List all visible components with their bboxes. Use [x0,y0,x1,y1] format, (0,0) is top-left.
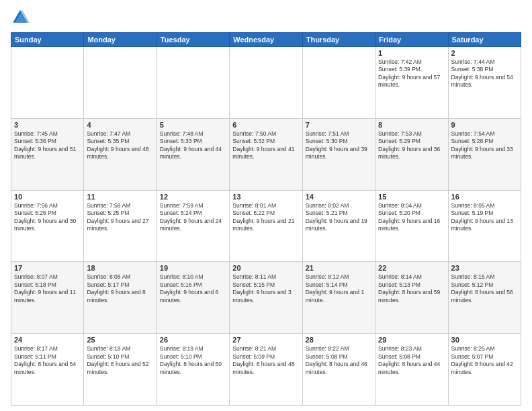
day-number: 6 [232,121,299,129]
header [11,8,521,27]
day-info: Sunrise: 8:04 AM Sunset: 5:20 PM Dayligh… [378,202,445,233]
day-info: Sunrise: 7:42 AM Sunset: 5:39 PM Dayligh… [378,58,445,89]
calendar-header: SundayMondayTuesdayWednesdayThursdayFrid… [11,33,521,47]
day-number: 3 [14,121,81,129]
calendar-week-3: 17Sunrise: 8:07 AM Sunset: 5:18 PM Dayli… [11,262,521,334]
day-info: Sunrise: 8:15 AM Sunset: 5:12 PM Dayligh… [451,273,518,304]
day-number: 5 [160,121,226,129]
calendar-cell: 10Sunrise: 7:56 AM Sunset: 5:26 PM Dayli… [11,190,84,262]
day-info: Sunrise: 8:01 AM Sunset: 5:22 PM Dayligh… [232,202,299,233]
day-number: 15 [378,193,445,201]
page: SundayMondayTuesdayWednesdayThursdayFrid… [0,0,532,411]
calendar-cell: 1Sunrise: 7:42 AM Sunset: 5:39 PM Daylig… [375,47,448,119]
calendar-cell: 30Sunrise: 8:25 AM Sunset: 5:07 PM Dayli… [448,334,521,406]
calendar-cell: 16Sunrise: 8:05 AM Sunset: 5:19 PM Dayli… [448,190,521,262]
day-info: Sunrise: 8:07 AM Sunset: 5:18 PM Dayligh… [14,273,81,304]
day-number: 13 [232,193,299,201]
day-number: 7 [306,121,372,129]
day-number: 27 [232,336,299,344]
day-info: Sunrise: 7:53 AM Sunset: 5:29 PM Dayligh… [378,130,445,161]
day-info: Sunrise: 8:23 AM Sunset: 5:08 PM Dayligh… [378,345,445,376]
weekday-header-friday: Friday [375,33,448,47]
day-number: 11 [87,193,153,201]
calendar-cell [230,47,302,119]
weekday-row: SundayMondayTuesdayWednesdayThursdayFrid… [11,33,521,47]
calendar-cell: 25Sunrise: 8:18 AM Sunset: 5:10 PM Dayli… [84,334,157,406]
day-number: 30 [451,336,518,344]
calendar-cell: 26Sunrise: 8:19 AM Sunset: 5:10 PM Dayli… [157,334,229,406]
logo-icon [11,8,30,27]
day-number: 22 [378,264,445,272]
day-info: Sunrise: 7:54 AM Sunset: 5:28 PM Dayligh… [451,130,518,161]
weekday-header-tuesday: Tuesday [157,33,229,47]
calendar-cell: 22Sunrise: 8:14 AM Sunset: 5:13 PM Dayli… [375,262,448,334]
day-number: 16 [451,193,518,201]
calendar-cell: 27Sunrise: 8:21 AM Sunset: 5:09 PM Dayli… [230,334,302,406]
day-info: Sunrise: 7:45 AM Sunset: 5:36 PM Dayligh… [14,130,81,161]
calendar-cell: 28Sunrise: 8:22 AM Sunset: 5:08 PM Dayli… [302,334,375,406]
day-info: Sunrise: 7:58 AM Sunset: 5:25 PM Dayligh… [87,202,153,233]
day-number: 1 [378,49,445,57]
day-number: 18 [87,264,153,272]
day-number: 25 [87,336,153,344]
calendar-cell: 2Sunrise: 7:44 AM Sunset: 5:38 PM Daylig… [448,47,521,119]
calendar-week-0: 1Sunrise: 7:42 AM Sunset: 5:39 PM Daylig… [11,47,521,119]
calendar-cell: 9Sunrise: 7:54 AM Sunset: 5:28 PM Daylig… [448,118,521,190]
day-info: Sunrise: 8:08 AM Sunset: 5:17 PM Dayligh… [87,273,153,304]
calendar-cell: 21Sunrise: 8:12 AM Sunset: 5:14 PM Dayli… [302,262,375,334]
day-number: 12 [160,193,226,201]
calendar-cell: 14Sunrise: 8:02 AM Sunset: 5:21 PM Dayli… [302,190,375,262]
day-number: 14 [306,193,372,201]
day-info: Sunrise: 8:18 AM Sunset: 5:10 PM Dayligh… [87,345,153,376]
day-number: 4 [87,121,153,129]
day-info: Sunrise: 7:44 AM Sunset: 5:38 PM Dayligh… [451,58,518,89]
calendar-cell [302,47,375,119]
day-info: Sunrise: 8:02 AM Sunset: 5:21 PM Dayligh… [306,202,372,233]
calendar-cell [11,47,84,119]
day-number: 20 [232,264,299,272]
day-number: 9 [451,121,518,129]
calendar-cell: 20Sunrise: 8:11 AM Sunset: 5:15 PM Dayli… [230,262,302,334]
day-info: Sunrise: 7:59 AM Sunset: 5:24 PM Dayligh… [160,202,226,233]
day-info: Sunrise: 8:22 AM Sunset: 5:08 PM Dayligh… [306,345,372,376]
calendar-table: SundayMondayTuesdayWednesdayThursdayFrid… [11,32,521,406]
day-info: Sunrise: 7:56 AM Sunset: 5:26 PM Dayligh… [14,202,81,233]
weekday-header-saturday: Saturday [448,33,521,47]
day-number: 10 [14,193,81,201]
day-number: 17 [14,264,81,272]
calendar-cell: 29Sunrise: 8:23 AM Sunset: 5:08 PM Dayli… [375,334,448,406]
calendar-week-2: 10Sunrise: 7:56 AM Sunset: 5:26 PM Dayli… [11,190,521,262]
calendar-cell: 5Sunrise: 7:48 AM Sunset: 5:33 PM Daylig… [157,118,229,190]
day-number: 19 [160,264,226,272]
day-info: Sunrise: 8:05 AM Sunset: 5:19 PM Dayligh… [451,202,518,233]
calendar-cell: 23Sunrise: 8:15 AM Sunset: 5:12 PM Dayli… [448,262,521,334]
weekday-header-monday: Monday [84,33,157,47]
calendar-cell [84,47,157,119]
calendar-cell: 17Sunrise: 8:07 AM Sunset: 5:18 PM Dayli… [11,262,84,334]
day-number: 8 [378,121,445,129]
calendar-cell: 24Sunrise: 8:17 AM Sunset: 5:11 PM Dayli… [11,334,84,406]
calendar-cell: 12Sunrise: 7:59 AM Sunset: 5:24 PM Dayli… [157,190,229,262]
logo [11,8,32,27]
day-info: Sunrise: 7:51 AM Sunset: 5:30 PM Dayligh… [306,130,372,161]
calendar-cell: 11Sunrise: 7:58 AM Sunset: 5:25 PM Dayli… [84,190,157,262]
day-number: 29 [378,336,445,344]
calendar-week-1: 3Sunrise: 7:45 AM Sunset: 5:36 PM Daylig… [11,118,521,190]
day-number: 24 [14,336,81,344]
weekday-header-thursday: Thursday [302,33,375,47]
calendar-cell [157,47,229,119]
day-info: Sunrise: 8:19 AM Sunset: 5:10 PM Dayligh… [160,345,226,376]
day-number: 26 [160,336,226,344]
calendar-cell: 3Sunrise: 7:45 AM Sunset: 5:36 PM Daylig… [11,118,84,190]
calendar-cell: 6Sunrise: 7:50 AM Sunset: 5:32 PM Daylig… [230,118,302,190]
day-number: 2 [451,49,518,57]
calendar-cell: 8Sunrise: 7:53 AM Sunset: 5:29 PM Daylig… [375,118,448,190]
day-info: Sunrise: 8:14 AM Sunset: 5:13 PM Dayligh… [378,273,445,304]
calendar-cell: 13Sunrise: 8:01 AM Sunset: 5:22 PM Dayli… [230,190,302,262]
day-info: Sunrise: 8:25 AM Sunset: 5:07 PM Dayligh… [451,345,518,376]
calendar-cell: 18Sunrise: 8:08 AM Sunset: 5:17 PM Dayli… [84,262,157,334]
calendar-cell: 19Sunrise: 8:10 AM Sunset: 5:16 PM Dayli… [157,262,229,334]
day-number: 21 [306,264,372,272]
day-number: 23 [451,264,518,272]
day-number: 28 [306,336,372,344]
